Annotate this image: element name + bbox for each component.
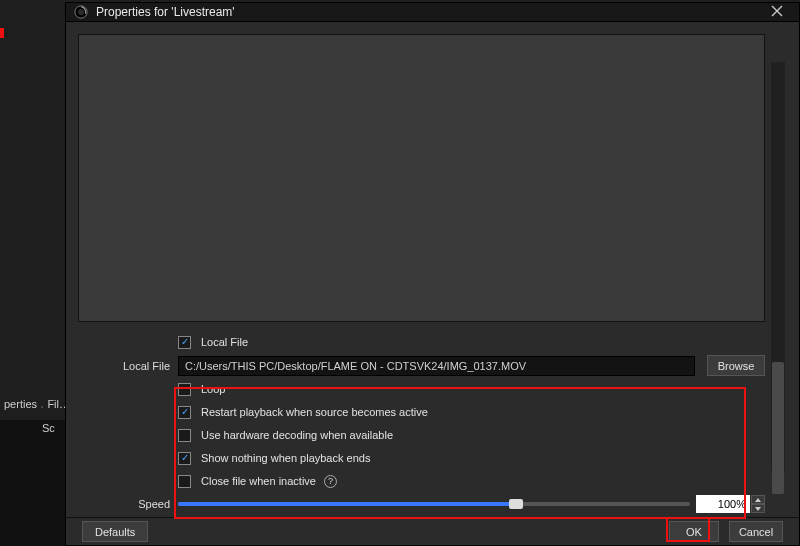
- show-nothing-label: Show nothing when playback ends: [201, 452, 370, 464]
- speed-value-text: 100%: [718, 498, 746, 510]
- browse-button[interactable]: Browse: [707, 355, 765, 376]
- speed-label: Speed: [78, 498, 178, 510]
- bg-sc-label: Sc: [42, 422, 55, 434]
- speed-down-button[interactable]: [751, 504, 765, 513]
- cancel-button[interactable]: Cancel: [729, 521, 783, 542]
- filters-icon: [41, 398, 43, 410]
- svg-point-3: [78, 9, 84, 15]
- close-file-label: Close file when inactive: [201, 475, 316, 487]
- titlebar: Properties for 'Livestream': [66, 3, 799, 22]
- speed-slider[interactable]: [178, 496, 690, 512]
- speed-value-input[interactable]: 100%: [696, 495, 750, 513]
- dialog-footer: Defaults OK Cancel: [66, 517, 799, 545]
- local-file-checkbox-label: Local File: [201, 336, 248, 348]
- speed-up-button[interactable]: [751, 495, 765, 504]
- browse-button-label: Browse: [718, 360, 755, 372]
- cancel-button-label: Cancel: [739, 526, 773, 538]
- scrollbar-thumb[interactable]: [772, 362, 784, 494]
- close-file-checkbox[interactable]: [178, 475, 191, 488]
- show-nothing-checkbox[interactable]: [178, 452, 191, 465]
- chevron-up-icon: [755, 498, 761, 502]
- restart-playback-checkbox[interactable]: [178, 406, 191, 419]
- speed-spinner: [751, 495, 765, 513]
- obs-logo-icon: [74, 5, 88, 19]
- dialog-title: Properties for 'Livestream': [96, 5, 763, 19]
- close-icon: [771, 5, 783, 17]
- dialog-body: Local File Local File C:/Users/THIS PC/D…: [66, 22, 799, 517]
- ok-button[interactable]: OK: [669, 521, 719, 542]
- local-file-checkbox[interactable]: [178, 336, 191, 349]
- bg-properties-tab: perties Fil…: [0, 386, 70, 422]
- restart-playback-label: Restart playback when source becomes act…: [201, 406, 428, 418]
- local-file-label: Local File: [78, 360, 178, 372]
- help-icon[interactable]: ?: [324, 475, 337, 488]
- defaults-button[interactable]: Defaults: [82, 521, 148, 542]
- bg-properties-label: perties: [4, 398, 37, 410]
- hardware-decoding-label: Use hardware decoding when available: [201, 429, 393, 441]
- hardware-decoding-checkbox[interactable]: [178, 429, 191, 442]
- loop-label: Loop: [201, 383, 225, 395]
- ok-button-label: OK: [686, 526, 702, 538]
- properties-dialog: Properties for 'Livestream' Local File L…: [65, 2, 800, 546]
- slider-thumb[interactable]: [509, 499, 523, 509]
- form: Local File Local File C:/Users/THIS PC/D…: [78, 332, 765, 514]
- loop-checkbox[interactable]: [178, 383, 191, 396]
- slider-fill: [178, 502, 516, 506]
- local-file-path-input[interactable]: C:/Users/THIS PC/Desktop/FLAME ON - CDTS…: [178, 356, 695, 376]
- close-button[interactable]: [763, 4, 791, 20]
- chevron-down-icon: [755, 507, 761, 511]
- video-preview: [78, 34, 765, 322]
- scrollbar[interactable]: [771, 62, 785, 471]
- red-marker: [0, 28, 4, 38]
- defaults-button-label: Defaults: [95, 526, 135, 538]
- local-file-path-text: C:/Users/THIS PC/Desktop/FLAME ON - CDTS…: [185, 360, 526, 372]
